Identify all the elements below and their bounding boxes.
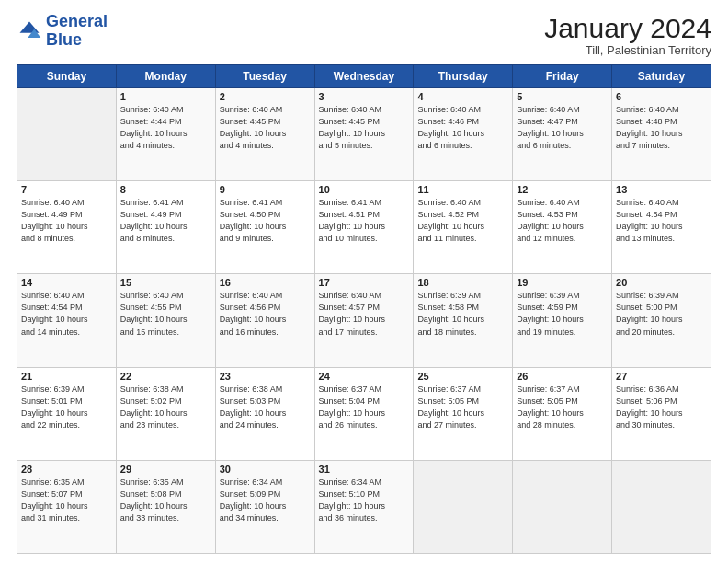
table-row: 13Sunrise: 6:40 AM Sunset: 4:54 PM Dayli…: [612, 181, 711, 274]
calendar-week-row: 1Sunrise: 6:40 AM Sunset: 4:44 PM Daylig…: [17, 88, 711, 181]
day-info: Sunrise: 6:34 AM Sunset: 5:09 PM Dayligh…: [220, 477, 311, 524]
table-row: 17Sunrise: 6:40 AM Sunset: 4:57 PM Dayli…: [314, 274, 414, 367]
month-title: January 2024: [544, 13, 711, 43]
day-info: Sunrise: 6:40 AM Sunset: 4:45 PM Dayligh…: [220, 104, 311, 152]
day-number: 26: [517, 371, 608, 382]
table-row: 6Sunrise: 6:40 AM Sunset: 4:48 PM Daylig…: [612, 88, 711, 181]
calendar-week-row: 7Sunrise: 6:40 AM Sunset: 4:49 PM Daylig…: [17, 181, 711, 274]
day-number: 22: [120, 371, 211, 382]
table-row: 8Sunrise: 6:41 AM Sunset: 4:49 PM Daylig…: [116, 181, 215, 274]
table-row: [612, 460, 711, 553]
table-row: 10Sunrise: 6:41 AM Sunset: 4:51 PM Dayli…: [314, 181, 414, 274]
col-saturday: Saturday: [612, 65, 711, 88]
day-number: 27: [616, 371, 707, 382]
table-row: 16Sunrise: 6:40 AM Sunset: 4:56 PM Dayli…: [215, 274, 314, 367]
table-row: 26Sunrise: 6:37 AM Sunset: 5:05 PM Dayli…: [513, 367, 612, 460]
calendar-header-row: Sunday Monday Tuesday Wednesday Thursday…: [17, 65, 711, 88]
col-wednesday: Wednesday: [314, 65, 414, 88]
day-info: Sunrise: 6:41 AM Sunset: 4:51 PM Dayligh…: [319, 197, 410, 245]
calendar-week-row: 28Sunrise: 6:35 AM Sunset: 5:07 PM Dayli…: [17, 460, 711, 553]
day-info: Sunrise: 6:40 AM Sunset: 4:56 PM Dayligh…: [220, 290, 311, 338]
day-info: Sunrise: 6:40 AM Sunset: 4:55 PM Dayligh…: [120, 290, 211, 338]
logo-icon: [17, 18, 42, 44]
day-info: Sunrise: 6:37 AM Sunset: 5:05 PM Dayligh…: [517, 384, 608, 431]
day-number: 9: [220, 184, 311, 195]
day-info: Sunrise: 6:40 AM Sunset: 4:57 PM Dayligh…: [319, 290, 410, 338]
col-sunday: Sunday: [17, 65, 117, 88]
day-info: Sunrise: 6:38 AM Sunset: 5:02 PM Dayligh…: [120, 384, 211, 431]
day-info: Sunrise: 6:40 AM Sunset: 4:47 PM Dayligh…: [517, 104, 608, 152]
col-thursday: Thursday: [414, 65, 513, 88]
day-number: 8: [120, 184, 211, 195]
table-row: 21Sunrise: 6:39 AM Sunset: 5:01 PM Dayli…: [17, 367, 117, 460]
calendar-week-row: 14Sunrise: 6:40 AM Sunset: 4:54 PM Dayli…: [17, 274, 711, 367]
day-number: 5: [517, 91, 608, 102]
table-row: 5Sunrise: 6:40 AM Sunset: 4:47 PM Daylig…: [513, 88, 612, 181]
day-number: 11: [417, 184, 508, 195]
day-info: Sunrise: 6:40 AM Sunset: 4:44 PM Dayligh…: [120, 104, 211, 152]
table-row: 11Sunrise: 6:40 AM Sunset: 4:52 PM Dayli…: [414, 181, 513, 274]
day-number: 2: [220, 91, 311, 102]
table-row: 29Sunrise: 6:35 AM Sunset: 5:08 PM Dayli…: [116, 460, 215, 553]
day-info: Sunrise: 6:39 AM Sunset: 5:01 PM Dayligh…: [21, 384, 112, 431]
day-number: 6: [616, 91, 707, 102]
day-number: 23: [220, 371, 311, 382]
day-info: Sunrise: 6:35 AM Sunset: 5:08 PM Dayligh…: [120, 477, 211, 524]
page: General Blue January 2024 Till, Palestin…: [0, 0, 728, 563]
day-info: Sunrise: 6:40 AM Sunset: 4:52 PM Dayligh…: [417, 197, 508, 245]
day-number: 4: [417, 91, 508, 102]
day-number: 17: [319, 277, 410, 288]
day-number: 18: [417, 277, 508, 288]
day-number: 25: [417, 371, 508, 382]
calendar-table: Sunday Monday Tuesday Wednesday Thursday…: [17, 64, 711, 554]
table-row: 22Sunrise: 6:38 AM Sunset: 5:02 PM Dayli…: [116, 367, 215, 460]
table-row: [513, 460, 612, 553]
day-info: Sunrise: 6:40 AM Sunset: 4:53 PM Dayligh…: [517, 197, 608, 245]
day-info: Sunrise: 6:37 AM Sunset: 5:05 PM Dayligh…: [417, 384, 508, 431]
table-row: 7Sunrise: 6:40 AM Sunset: 4:49 PM Daylig…: [17, 181, 117, 274]
table-row: 20Sunrise: 6:39 AM Sunset: 5:00 PM Dayli…: [612, 274, 711, 367]
day-info: Sunrise: 6:39 AM Sunset: 4:59 PM Dayligh…: [517, 290, 608, 338]
day-number: 7: [21, 184, 112, 195]
col-friday: Friday: [513, 65, 612, 88]
col-tuesday: Tuesday: [215, 65, 314, 88]
table-row: 12Sunrise: 6:40 AM Sunset: 4:53 PM Dayli…: [513, 181, 612, 274]
day-info: Sunrise: 6:37 AM Sunset: 5:04 PM Dayligh…: [319, 384, 410, 431]
table-row: 19Sunrise: 6:39 AM Sunset: 4:59 PM Dayli…: [513, 274, 612, 367]
day-info: Sunrise: 6:39 AM Sunset: 5:00 PM Dayligh…: [616, 290, 707, 338]
table-row: 4Sunrise: 6:40 AM Sunset: 4:46 PM Daylig…: [414, 88, 513, 181]
day-info: Sunrise: 6:41 AM Sunset: 4:49 PM Dayligh…: [120, 197, 211, 245]
calendar-week-row: 21Sunrise: 6:39 AM Sunset: 5:01 PM Dayli…: [17, 367, 711, 460]
day-number: 20: [616, 277, 707, 288]
day-info: Sunrise: 6:40 AM Sunset: 4:46 PM Dayligh…: [417, 104, 508, 152]
day-number: 28: [21, 464, 112, 475]
table-row: [414, 460, 513, 553]
day-number: 13: [616, 184, 707, 195]
day-number: 1: [120, 91, 211, 102]
table-row: 3Sunrise: 6:40 AM Sunset: 4:45 PM Daylig…: [314, 88, 414, 181]
day-info: Sunrise: 6:41 AM Sunset: 4:50 PM Dayligh…: [220, 197, 311, 245]
day-number: 10: [319, 184, 410, 195]
day-number: 30: [220, 464, 311, 475]
table-row: 28Sunrise: 6:35 AM Sunset: 5:07 PM Dayli…: [17, 460, 117, 553]
day-info: Sunrise: 6:40 AM Sunset: 4:54 PM Dayligh…: [616, 197, 707, 245]
table-row: 14Sunrise: 6:40 AM Sunset: 4:54 PM Dayli…: [17, 274, 117, 367]
day-number: 14: [21, 277, 112, 288]
table-row: 31Sunrise: 6:34 AM Sunset: 5:10 PM Dayli…: [314, 460, 414, 553]
header: General Blue January 2024 Till, Palestin…: [17, 13, 711, 57]
location-subtitle: Till, Palestinian Territory: [544, 43, 711, 57]
day-number: 16: [220, 277, 311, 288]
day-number: 31: [319, 464, 410, 475]
title-block: January 2024 Till, Palestinian Territory: [544, 13, 711, 57]
day-info: Sunrise: 6:40 AM Sunset: 4:49 PM Dayligh…: [21, 197, 112, 245]
day-info: Sunrise: 6:38 AM Sunset: 5:03 PM Dayligh…: [220, 384, 311, 431]
day-number: 3: [319, 91, 410, 102]
day-number: 24: [319, 371, 410, 382]
logo-text: General Blue: [46, 13, 108, 50]
table-row: 30Sunrise: 6:34 AM Sunset: 5:09 PM Dayli…: [215, 460, 314, 553]
col-monday: Monday: [116, 65, 215, 88]
day-number: 15: [120, 277, 211, 288]
day-info: Sunrise: 6:36 AM Sunset: 5:06 PM Dayligh…: [616, 384, 707, 431]
logo: General Blue: [17, 13, 108, 50]
svg-marker-0: [20, 21, 40, 32]
